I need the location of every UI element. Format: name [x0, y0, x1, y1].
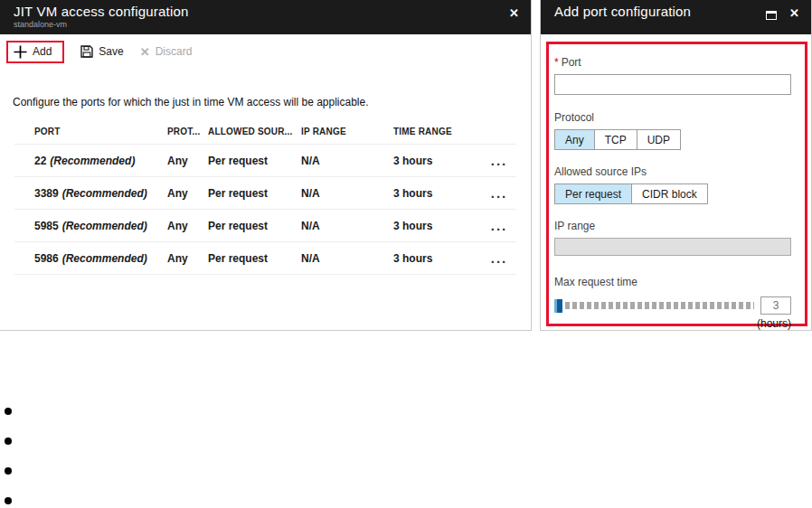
protocol-field: Protocol Any TCP UDP [554, 111, 791, 150]
port-cell: 5986(Recommended) [14, 252, 167, 265]
protocol-toggle-group: Any TCP UDP [554, 129, 791, 150]
add-annotation-box: Add [6, 41, 64, 63]
time-range-cell: 3 hours [393, 252, 482, 265]
azure-portal-canvas: JIT VM access configuration standalone-v… [0, 0, 812, 508]
ip-range-cell: N/A [301, 155, 393, 167]
table-row: 3389(Recommended) Any Per request N/A 3 … [14, 177, 516, 210]
protocol-label: Protocol [554, 111, 791, 125]
max-request-time-label: Max request time [554, 276, 791, 289]
table-row: 5986(Recommended) Any Per request N/A 3 … [14, 242, 516, 275]
add-label: Add [33, 45, 52, 58]
ip-range-input [554, 238, 791, 256]
col-header-allowed-source: ALLOWED SOUR... [208, 127, 301, 136]
port-label: *Port [554, 56, 791, 70]
port-cell: 5985(Recommended) [14, 220, 167, 232]
table-header-row: PORT PROT... ALLOWED SOUR... IP RANGE TI… [14, 119, 516, 145]
close-icon[interactable]: ✕ [509, 7, 519, 19]
cidr-block-button[interactable]: CIDR block [631, 183, 708, 204]
discard-button[interactable]: ✕ Discard [140, 45, 193, 59]
port-cell: 3389(Recommended) [14, 187, 167, 200]
row-context-menu-button[interactable]: ... [482, 156, 516, 165]
port-field: *Port [554, 56, 791, 95]
maximize-icon[interactable] [766, 11, 777, 20]
allowed-source-cell: Per request [208, 155, 301, 167]
max-time-value-input[interactable] [760, 296, 791, 315]
protocol-cell: Any [167, 220, 208, 232]
protocol-udp-button[interactable]: UDP [637, 129, 681, 150]
add-port-blade-header: Add port configuration ✕ [541, 0, 811, 34]
allowed-source-cell: Per request [208, 187, 301, 200]
protocol-cell: Any [167, 155, 208, 167]
row-context-menu-button[interactable]: ... [482, 189, 516, 197]
discard-icon: ✕ [140, 45, 150, 59]
allowed-source-field: Allowed source IPs Per request CIDR bloc… [554, 165, 791, 204]
save-label: Save [99, 45, 123, 58]
plus-icon [14, 45, 27, 59]
port-cell: 22(Recommended) [14, 155, 167, 167]
bullet-point [5, 437, 12, 445]
bullet-list [5, 408, 12, 508]
allowed-source-label: Allowed source IPs [554, 165, 791, 179]
ip-range-label: IP range [554, 220, 791, 233]
description-text: Configure the ports for which the just i… [13, 96, 516, 108]
time-range-cell: 3 hours [393, 155, 482, 167]
time-range-cell: 3 hours [393, 220, 482, 232]
max-time-slider [554, 296, 791, 315]
bullet-point [5, 497, 12, 504]
col-header-ip-range: IP RANGE [301, 127, 393, 136]
protocol-tcp-button[interactable]: TCP [594, 129, 637, 150]
allowed-source-toggle-group: Per request CIDR block [554, 183, 791, 204]
ip-range-cell: N/A [301, 252, 393, 265]
blade-subtitle: standalone-vm [14, 20, 531, 29]
row-context-menu-button[interactable]: ... [482, 254, 516, 262]
jit-blade-header: JIT VM access configuration standalone-v… [0, 0, 531, 34]
allowed-source-cell: Per request [208, 220, 301, 232]
bullet-point [5, 467, 12, 475]
ip-range-cell: N/A [301, 220, 393, 232]
discard-label: Discard [156, 45, 193, 58]
table-row: 22(Recommended) Any Per request N/A 3 ho… [14, 145, 516, 177]
add-button[interactable]: Add [14, 45, 52, 59]
col-header-time-range: TIME RANGE [393, 127, 482, 136]
per-request-button[interactable]: Per request [554, 183, 632, 204]
bullet-point [5, 408, 12, 415]
port-input[interactable] [554, 74, 791, 95]
required-marker: * [554, 56, 559, 69]
allowed-source-cell: Per request [208, 252, 301, 265]
add-port-configuration-blade: Add port configuration ✕ *Port Protocol … [540, 0, 812, 331]
save-icon [80, 45, 93, 58]
jit-vm-access-blade: JIT VM access configuration standalone-v… [0, 0, 532, 331]
slider-handle[interactable] [554, 299, 562, 313]
save-button[interactable]: Save [80, 45, 123, 58]
ports-table: PORT PROT... ALLOWED SOUR... IP RANGE TI… [14, 119, 516, 275]
command-toolbar: Add Save ✕ Discard [0, 34, 531, 69]
table-row: 5985(Recommended) Any Per request N/A 3 … [14, 210, 516, 242]
col-header-port: PORT [14, 127, 167, 136]
ip-range-field: IP range [554, 220, 791, 256]
blade-title: JIT VM access configuration [14, 4, 531, 19]
slider-track[interactable] [565, 302, 754, 309]
protocol-cell: Any [167, 252, 208, 265]
hours-unit-label: (hours) [554, 317, 791, 330]
add-port-form: *Port Protocol Any TCP UDP Allowed sourc… [554, 56, 791, 330]
protocol-any-button[interactable]: Any [554, 129, 595, 150]
col-header-protocol: PROT... [167, 127, 208, 136]
protocol-cell: Any [167, 187, 208, 200]
max-request-time-field: Max request time (hours) [554, 276, 791, 330]
close-icon[interactable]: ✕ [789, 7, 799, 19]
ip-range-cell: N/A [301, 187, 393, 200]
time-range-cell: 3 hours [393, 187, 482, 200]
row-context-menu-button[interactable]: ... [482, 221, 516, 230]
